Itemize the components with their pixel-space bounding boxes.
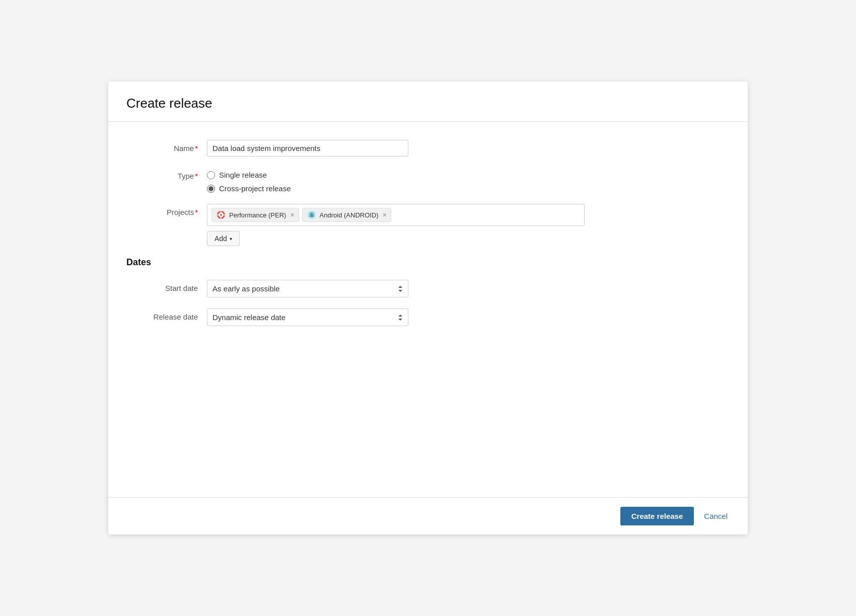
create-release-button-label: Create release bbox=[631, 512, 683, 520]
svg-point-2 bbox=[220, 214, 222, 216]
start-date-field: As early as possible On a specific date bbox=[207, 280, 730, 297]
dates-section-title: Dates bbox=[126, 257, 730, 268]
type-required-star: * bbox=[195, 172, 198, 180]
dates-section: Dates Start date As early as possible On… bbox=[126, 257, 730, 326]
projects-field: Performance (PER) × bbox=[207, 204, 730, 246]
name-input[interactable] bbox=[207, 140, 408, 157]
projects-container: Performance (PER) × bbox=[207, 204, 730, 246]
projects-row: Projects* bbox=[126, 204, 730, 246]
type-radio-group: Single release Cross-project release bbox=[207, 168, 730, 193]
android-project-icon bbox=[307, 210, 317, 220]
single-release-label: Single release bbox=[219, 171, 267, 179]
release-date-label: Release date bbox=[126, 309, 207, 321]
name-field bbox=[207, 140, 730, 157]
release-date-row: Release date Dynamic release date On a s… bbox=[126, 309, 730, 326]
svg-point-11 bbox=[312, 214, 313, 215]
modal-body: Name* Type* Single release Cross- bbox=[108, 122, 748, 497]
modal-footer: Create release Cancel bbox=[108, 497, 748, 534]
project-tag-android: Android (ANDROID) × bbox=[302, 208, 391, 222]
create-release-modal: Create release Name* Type* Single releas… bbox=[108, 82, 748, 534]
name-row: Name* bbox=[126, 140, 730, 157]
start-date-row: Start date As early as possible On a spe… bbox=[126, 280, 730, 297]
type-label: Type* bbox=[126, 168, 207, 180]
modal-title: Create release bbox=[126, 96, 730, 111]
add-button-label: Add bbox=[215, 235, 227, 243]
single-release-option[interactable]: Single release bbox=[207, 171, 730, 179]
type-row: Type* Single release Cross-project relea… bbox=[126, 168, 730, 193]
modal-header: Create release bbox=[108, 82, 748, 122]
single-release-radio[interactable] bbox=[207, 171, 215, 179]
projects-input-row[interactable]: Performance (PER) × bbox=[207, 204, 585, 226]
start-date-label: Start date bbox=[126, 280, 207, 292]
projects-label: Projects* bbox=[126, 204, 207, 216]
remove-performance-button[interactable]: × bbox=[290, 211, 294, 218]
cross-project-release-option[interactable]: Cross-project release bbox=[207, 184, 730, 193]
project-tag-performance: Performance (PER) × bbox=[211, 208, 299, 222]
cross-release-label: Cross-project release bbox=[219, 184, 291, 193]
name-required-star: * bbox=[195, 144, 198, 152]
android-project-name: Android (ANDROID) bbox=[320, 211, 379, 219]
name-label: Name* bbox=[126, 140, 207, 152]
svg-point-10 bbox=[310, 214, 311, 215]
performance-project-name: Performance (PER) bbox=[229, 211, 286, 219]
create-release-button[interactable]: Create release bbox=[620, 507, 694, 525]
performance-project-icon bbox=[216, 210, 226, 220]
svg-line-13 bbox=[313, 212, 314, 213]
add-project-button[interactable]: Add ▾ bbox=[207, 231, 240, 246]
release-date-select[interactable]: Dynamic release date On a specific date bbox=[207, 309, 408, 326]
release-date-field: Dynamic release date On a specific date bbox=[207, 309, 730, 326]
projects-required-star: * bbox=[195, 208, 198, 216]
cross-release-radio[interactable] bbox=[207, 185, 215, 193]
svg-rect-9 bbox=[310, 213, 313, 215]
cancel-button[interactable]: Cancel bbox=[702, 507, 730, 525]
add-chevron-icon: ▾ bbox=[230, 236, 232, 242]
start-date-select[interactable]: As early as possible On a specific date bbox=[207, 280, 408, 297]
svg-line-12 bbox=[310, 212, 310, 213]
type-field: Single release Cross-project release bbox=[207, 168, 730, 193]
remove-android-button[interactable]: × bbox=[383, 211, 387, 218]
cancel-button-label: Cancel bbox=[704, 512, 728, 520]
